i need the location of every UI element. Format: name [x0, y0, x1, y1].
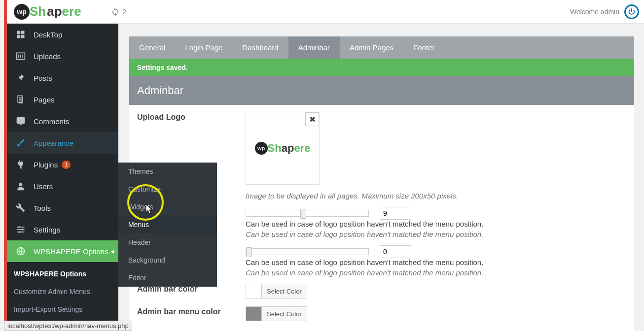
logo-text-1: Sh	[30, 4, 46, 19]
submenu-item-options[interactable]: WPSHAPERE Options	[7, 265, 118, 283]
svg-point-10	[19, 183, 23, 186]
svg-rect-11	[17, 227, 25, 228]
badge: 1	[62, 161, 71, 169]
color-swatch	[246, 307, 262, 321]
color-picker-2[interactable]: Select Color	[246, 306, 307, 321]
tab-login-page[interactable]: Login Page	[175, 36, 232, 59]
remove-logo-button[interactable]: ✖	[305, 112, 319, 126]
admin-topbar: wp Shapere 2 Welcome admin	[7, 0, 644, 24]
sidebar-item-label: Pages	[34, 96, 55, 104]
flyout-item-customize[interactable]: Customize	[118, 180, 217, 198]
notif-count: 2	[123, 8, 127, 16]
chevron-left-icon: ◂	[110, 247, 114, 256]
comment-icon	[16, 116, 26, 126]
slider-help: Can be used in case of logo position hav…	[246, 230, 626, 238]
flyout-item-widgets[interactable]: Widgets	[118, 198, 217, 216]
color-button-label: Select Color	[262, 310, 307, 318]
position-input-1[interactable]	[380, 207, 411, 220]
svg-rect-2	[17, 35, 21, 38]
logo-badge: wp	[14, 4, 30, 20]
svg-point-14	[18, 226, 20, 228]
sidebar-item-appearance[interactable]: Appearance	[7, 132, 118, 154]
admin-sidebar: DeskTop Uploads Posts Pages Comments App…	[7, 24, 118, 331]
sidebar-item-uploads[interactable]: Uploads	[7, 45, 118, 67]
slider-desc: Can be used in case of logo position hav…	[246, 258, 483, 266]
pin-icon	[16, 73, 26, 83]
sidebar-item-label: Tools	[34, 204, 51, 212]
svg-rect-3	[21, 35, 25, 38]
form-row-admin-bar-menu-color: Admin bar menu color Select Color	[137, 306, 626, 322]
position-input-2[interactable]	[380, 245, 411, 258]
tab-dashboard[interactable]: Dashboard	[232, 36, 288, 59]
help-text: Image to be displayed in all pages. Maxi…	[246, 192, 626, 200]
logo-text-2: ap	[47, 4, 62, 19]
settings-tabs: General Login Page Dashboard Adminbar Ad…	[129, 36, 634, 59]
sidebar-item-label: Users	[34, 182, 53, 191]
sidebar-item-label: Uploads	[34, 52, 61, 61]
slider-desc: Can be used in case of logo position hav…	[246, 220, 483, 228]
color-swatch	[246, 284, 262, 298]
brush-icon	[16, 138, 26, 148]
color-picker-1[interactable]: Select Color	[246, 284, 307, 298]
wrench-icon	[16, 203, 26, 213]
sidebar-item-plugins[interactable]: Plugins 1	[7, 154, 118, 175]
logo-preview-box: ✖ wpShapere	[246, 112, 320, 185]
flyout-item-menus[interactable]: Menus	[118, 216, 217, 233]
appearance-flyout: Themes Customize Widgets Menus Header Ba…	[118, 163, 217, 287]
logout-button[interactable]	[624, 4, 639, 19]
user-icon	[16, 181, 26, 191]
media-icon	[16, 51, 26, 61]
position-slider-2[interactable]	[246, 248, 369, 255]
globe-icon	[16, 246, 26, 256]
refresh-icon	[111, 7, 120, 16]
logo-preview: wpShapere	[255, 142, 311, 155]
logo-text-3: ere	[62, 4, 81, 19]
tab-admin-pages[interactable]: Admin Pages	[340, 36, 403, 59]
sidebar-item-users[interactable]: Users	[7, 175, 118, 197]
logo: wp Shapere	[14, 4, 81, 20]
svg-rect-12	[17, 229, 25, 230]
flyout-item-editor[interactable]: Editor	[118, 269, 217, 287]
sidebar-item-label: Posts	[34, 74, 52, 82]
tab-footer[interactable]: Footer	[403, 36, 444, 59]
sidebar-item-posts[interactable]: Posts	[7, 67, 118, 89]
tab-adminbar[interactable]: Adminbar	[288, 36, 340, 59]
power-icon	[628, 8, 636, 16]
svg-rect-5	[18, 55, 19, 58]
sidebar-item-tools[interactable]: Tools	[7, 197, 118, 219]
submenu-item-customize-menus[interactable]: Customize Admin Menus	[7, 283, 118, 300]
sidebar-item-settings[interactable]: Settings	[7, 219, 118, 240]
sidebar-item-wpshapere[interactable]: WPSHAPERE Options ◂	[7, 240, 118, 262]
svg-rect-9	[19, 97, 23, 103]
sliders-icon	[16, 225, 26, 234]
svg-rect-1	[21, 31, 25, 34]
flyout-item-header[interactable]: Header	[118, 233, 217, 251]
tab-general[interactable]: General	[129, 36, 175, 59]
flyout-item-themes[interactable]: Themes	[118, 163, 217, 180]
svg-point-15	[22, 229, 23, 230]
sidebar-item-label: Appearance	[34, 139, 73, 147]
sidebar-item-desktop[interactable]: DeskTop	[7, 24, 118, 45]
submenu-item-import-export[interactable]: Import-Export Settings	[7, 300, 118, 318]
svg-rect-0	[17, 31, 21, 34]
sidebar-item-pages[interactable]: Pages	[7, 89, 118, 110]
sidebar-item-label: Plugins	[34, 161, 58, 169]
plug-icon	[16, 160, 26, 169]
slider-help: Can be used in case of logo position hav…	[246, 268, 626, 277]
welcome-text: Welcome admin	[570, 8, 619, 16]
position-slider-1[interactable]	[246, 210, 369, 217]
page-icon	[16, 95, 26, 104]
browser-status-bar: localhost/wptest/wp-admin/nav-menus.php	[4, 321, 132, 331]
form-label: Admin bar menu color	[137, 306, 246, 316]
form-label: Upload Logo	[137, 112, 246, 122]
svg-rect-7	[22, 55, 23, 58]
color-button-label: Select Color	[262, 288, 307, 295]
update-notification[interactable]: 2	[111, 7, 127, 16]
sidebar-item-label: DeskTop	[34, 31, 62, 39]
svg-point-16	[19, 231, 21, 232]
sidebar-item-label: Settings	[34, 226, 60, 234]
sidebar-item-comments[interactable]: Comments	[7, 110, 118, 132]
sidebar-item-label: WPSHAPERE Options	[34, 247, 108, 256]
flyout-item-background[interactable]: Background	[118, 251, 217, 269]
grid-icon	[16, 30, 26, 39]
